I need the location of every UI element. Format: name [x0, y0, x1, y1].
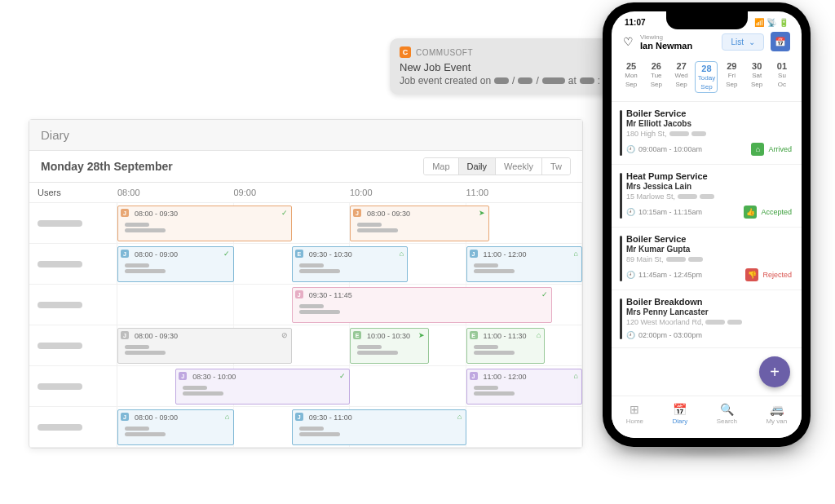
user-row: J08:00 - 09:00⌂J09:30 - 11:00⌂	[29, 407, 582, 448]
event-badge: J	[295, 290, 303, 298]
event-block[interactable]: J09:30 - 11:45✓	[292, 287, 552, 323]
appointment-time: 🕘10:15am - 11:15am	[626, 208, 702, 216]
event-badge: J	[470, 250, 478, 258]
status-icon: 👎	[745, 268, 758, 281]
tab-search[interactable]: 🔍Search	[717, 403, 737, 425]
calendar-icon: 📅	[673, 403, 687, 416]
hour-0800: 08:00	[117, 183, 234, 202]
add-button[interactable]: +	[759, 356, 790, 387]
placeholder-line	[357, 345, 382, 349]
viewing-name: Ian Newman	[640, 41, 715, 51]
clock-icon: 🕘	[626, 208, 635, 216]
event-status-icon: ⊘	[281, 331, 288, 339]
tab-myvan[interactable]: 🚐My van	[766, 403, 787, 425]
event-time: 08:00 - 09:30	[135, 332, 286, 340]
user-placeholder	[38, 220, 82, 227]
tab-two[interactable]: Tw	[542, 158, 570, 175]
tab-daily[interactable]: Daily	[459, 158, 496, 175]
event-block[interactable]: J11:00 - 12:00⌂	[466, 369, 583, 405]
event-block[interactable]: J08:00 - 09:30⊘	[117, 328, 292, 364]
event-badge: J	[121, 413, 129, 421]
event-badge: E	[470, 331, 478, 339]
date-item[interactable]: 26TueSep	[645, 61, 668, 93]
appointment-title: Boiler Breakdown	[626, 297, 792, 307]
date-item[interactable]: 30SatSep	[745, 61, 768, 93]
redacted	[580, 77, 594, 84]
placeholder-line	[474, 345, 498, 349]
calendar-button[interactable]: 📅	[771, 32, 790, 51]
tab-map[interactable]: Map	[424, 158, 458, 175]
event-time: 08:30 - 10:00	[192, 373, 344, 381]
events-cell: J08:00 - 09:30⊘E10:00 - 10:30➤E11:00 - 1…	[117, 325, 582, 365]
notification-body: Job event created on // at :	[400, 75, 625, 86]
date-item[interactable]: 25MonSep	[620, 61, 643, 93]
appointment-item[interactable]: Boiler BreakdownMrs Penny Lancaster120 W…	[612, 290, 802, 348]
event-block[interactable]: J08:00 - 09:30➤	[350, 206, 489, 241]
event-block[interactable]: J08:00 - 09:00✓	[117, 246, 234, 282]
events-cell: J09:30 - 11:45✓	[117, 285, 582, 325]
signal-icon: 📶	[754, 18, 764, 27]
chevron-down-icon: ⌄	[749, 38, 755, 46]
search-icon: 🔍	[720, 403, 734, 416]
viewing-block[interactable]: Viewing Ian Newman	[640, 33, 715, 51]
event-badge: J	[470, 372, 478, 380]
placeholder-line	[474, 386, 498, 390]
date-item[interactable]: 01SuOc	[771, 61, 793, 93]
redacted	[494, 77, 509, 84]
date-item[interactable]: 28TodaySep	[695, 61, 718, 93]
event-block[interactable]: J09:30 - 11:00⌂	[292, 409, 466, 445]
event-time: 10:00 - 10:30	[367, 332, 423, 340]
event-block[interactable]: J08:30 - 10:00✓	[175, 369, 350, 405]
event-status-icon: ➤	[479, 209, 485, 217]
notification-card[interactable]: C COMMUSOFT now New Job Event Job event …	[390, 38, 634, 95]
event-status-icon: ⌂	[457, 413, 462, 421]
placeholder-line	[125, 427, 149, 431]
home-icon: ⊞	[630, 403, 639, 416]
date-item[interactable]: 29FriSep	[720, 61, 743, 93]
appointment-time: 🕘09:00am - 10:00am	[626, 145, 702, 153]
event-badge: J	[121, 250, 129, 258]
phone-frame: 11:07 📶 📡 🔋 ♡ Viewing Ian Newman List ⌄ …	[603, 2, 811, 447]
appointment-item[interactable]: Boiler ServiceMr Kumar Gupta89 Main St, …	[612, 228, 802, 290]
phone-screen: 11:07 📶 📡 🔋 ♡ Viewing Ian Newman List ⌄ …	[612, 11, 802, 438]
appointment-status: 👎Rejected	[745, 268, 792, 281]
status-icon: ⌂	[751, 143, 764, 156]
commusoft-icon: C	[400, 46, 411, 58]
event-block[interactable]: J11:00 - 12:00⌂	[466, 246, 583, 282]
event-block[interactable]: E11:00 - 11:30⌂	[466, 328, 546, 364]
tab-diary[interactable]: 📅Diary	[673, 403, 688, 425]
appointment-address: 15 Marlowe St,	[626, 192, 792, 201]
user-cell	[29, 285, 117, 325]
appointment-item[interactable]: Boiler ServiceMr Elliott Jacobs180 High …	[612, 102, 802, 165]
placeholder-line	[125, 228, 166, 232]
event-block[interactable]: E10:00 - 10:30➤	[350, 328, 429, 364]
event-status-icon: ✓	[541, 290, 548, 298]
date-item[interactable]: 27WedSep	[670, 61, 693, 93]
tab-home[interactable]: ⊞Home	[626, 403, 643, 425]
user-placeholder	[38, 383, 82, 390]
heart-icon[interactable]: ♡	[623, 35, 634, 48]
notification-app: COMMUSOFT	[416, 48, 605, 57]
placeholder-line	[474, 269, 515, 273]
appointment-item[interactable]: Heat Pump ServiceMrs Jessica Lain15 Marl…	[612, 165, 802, 228]
event-time: 09:30 - 11:45	[309, 291, 546, 299]
event-status-icon: ✓	[281, 209, 288, 217]
appointment-list[interactable]: Boiler ServiceMr Elliott Jacobs180 High …	[612, 102, 802, 396]
appointment-customer: Mrs Penny Lancaster	[626, 307, 792, 316]
event-block[interactable]: J08:00 - 09:00⌂	[117, 409, 234, 445]
list-dropdown[interactable]: List ⌄	[722, 33, 764, 51]
event-status-icon: ⌂	[225, 413, 229, 421]
placeholder-line	[299, 269, 340, 273]
appointment-status: 👍Accepted	[744, 206, 792, 219]
event-block[interactable]: J08:00 - 09:30✓	[117, 206, 292, 241]
user-cell	[29, 325, 117, 365]
appointment-address: 120 West Moorland Rd,	[626, 318, 792, 326]
placeholder-line	[125, 269, 166, 273]
event-status-icon: ➤	[418, 331, 425, 339]
user-row: J08:00 - 09:30✓J08:00 - 09:30➤	[29, 203, 582, 244]
tab-weekly[interactable]: Weekly	[496, 158, 542, 175]
status-icon: 👍	[744, 206, 757, 219]
event-block[interactable]: E09:30 - 10:30⌂	[292, 246, 409, 282]
appointment-time: 🕘02:00pm - 03:00pm	[626, 331, 702, 339]
appointment-title: Boiler Service	[626, 234, 792, 244]
